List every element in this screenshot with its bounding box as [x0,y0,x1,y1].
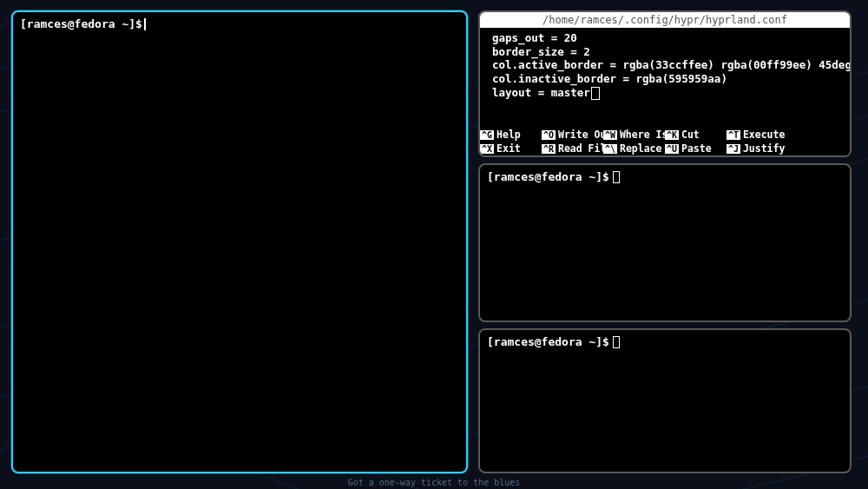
shortcut-key: ^\ [603,144,617,154]
shortcut-help[interactable]: ^G Help [480,128,542,142]
shortcut-label: Replace [620,142,661,155]
shortcut-key: ^K [665,130,679,140]
shortcut-readfile[interactable]: ^R Read File [542,142,603,155]
shell-prompt-bot[interactable]: [ramces@fedora ~]$ [480,330,850,354]
shortcut-replace[interactable]: ^\ Replace [603,142,665,155]
shortcut-label: Execute [743,129,785,141]
config-line-cursor: layout = master [492,86,838,100]
shell-prompt-left[interactable]: [ramces@fedora ~]$ [13,12,466,36]
shortcut-key: ^T [727,130,740,140]
nano-content[interactable]: gaps_out = 20 border_size = 2 col.active… [480,28,850,103]
shortcut-label: Where Is [620,129,667,141]
terminal-window-bot[interactable]: [ramces@fedora ~]$ [478,328,852,473]
shortcut-label: Paste [681,142,712,155]
shortcut-cut[interactable]: ^K Cut [665,128,727,142]
config-line: gaps_out = 20 [492,31,838,45]
shortcut-key: ^W [603,130,617,140]
config-line: col.active_border = rgba(33ccffee) rgba(… [492,58,838,72]
config-line: col.inactive_border = rgba(595959aa) [492,72,838,86]
shortcut-justify[interactable]: ^J Justify [727,142,788,155]
shortcut-execute[interactable]: ^T Execute [727,128,788,142]
cursor-icon [613,171,620,183]
shortcut-paste[interactable]: ^U Paste [665,142,727,155]
shortcut-key: ^O [542,130,556,140]
cursor-icon [613,336,620,348]
shortcut-key: ^X [480,144,494,154]
prompt-text: [ramces@fedora ~]$ [487,335,609,348]
shortcut-whereis[interactable]: ^W Where Is [603,128,665,142]
cursor-icon [144,18,146,30]
terminal-window-mid[interactable]: [ramces@fedora ~]$ [478,163,852,322]
config-line: border_size = 2 [492,45,838,59]
shortcut-key: ^R [542,144,556,154]
shortcut-exit[interactable]: ^X Exit [480,142,542,155]
prompt-text: [ramces@fedora ~]$ [20,17,142,30]
nano-titlebar: /home/ramces/.config/hypr/hyprland.conf [480,12,850,28]
shortcut-label: Help [496,129,521,141]
prompt-text: [ramces@fedora ~]$ [487,170,609,183]
shortcut-key: ^G [480,130,494,140]
shortcut-label: Justify [743,142,785,155]
shortcut-writeout[interactable]: ^O Write Out [542,128,603,142]
shortcut-label: Exit [496,142,521,155]
shortcut-key: ^J [727,144,740,154]
terminal-window-left[interactable]: [ramces@fedora ~]$ [11,10,468,473]
footer-text: Got a one-way ticket to the blues [348,478,521,487]
shell-prompt-mid[interactable]: [ramces@fedora ~]$ [480,165,850,188]
nano-shortcut-bar: ^G Help ^X Exit ^O Write Out ^R Read Fil… [480,128,850,155]
shortcut-label: Cut [681,129,700,141]
shortcut-key: ^U [665,144,679,154]
terminal-window-nano[interactable]: /home/ramces/.config/hypr/hyprland.conf … [478,10,852,157]
